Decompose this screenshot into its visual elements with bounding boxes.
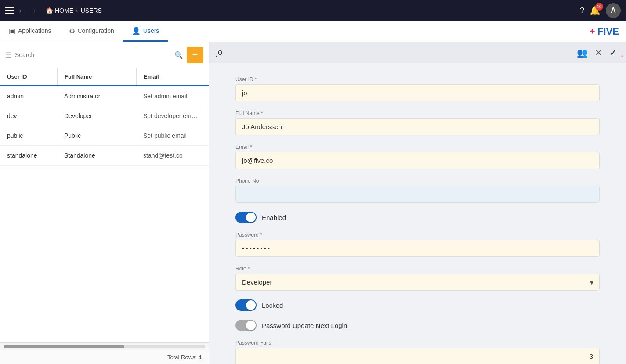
user-id-field: User ID *: [235, 76, 600, 101]
right-panel: jo 👥 ✕ ✓ ↑ User ID * Full Name *: [209, 42, 626, 364]
back-arrow[interactable]: ←: [18, 6, 25, 15]
filter-icon: ☰: [5, 51, 11, 59]
role-select[interactable]: DeveloperAdminPublic: [235, 274, 600, 291]
top-bar: ← → 🏠 HOME › USERS ? 🔔 10 A: [0, 0, 626, 21]
password-input[interactable]: [235, 240, 600, 257]
role-select-wrapper: DeveloperAdminPublic: [235, 274, 600, 291]
breadcrumb-current: USERS: [81, 7, 102, 14]
logo-star: ✦: [589, 27, 596, 36]
cell-userid: dev: [0, 106, 57, 126]
configuration-icon: ⚙: [69, 27, 75, 35]
table-header: User ID Full Name Email: [0, 68, 209, 86]
check-icon: ✓: [609, 47, 617, 58]
password-label: Password *: [235, 232, 600, 238]
search-bar: ☰ 🔍 +: [0, 42, 209, 68]
save-button[interactable]: ✓: [608, 45, 619, 60]
notification-badge: 10: [595, 3, 603, 11]
table-body: admin Administrator Set admin email dev …: [0, 86, 209, 342]
home-icon: 🏠: [46, 7, 53, 14]
table-row[interactable]: standalone Standalone stand@test.co: [0, 146, 209, 166]
right-header: jo 👥 ✕ ✓ ↑: [209, 42, 626, 63]
form-area: User ID * Full Name * Email * Phone No E…: [209, 63, 626, 364]
close-button[interactable]: ✕: [593, 46, 604, 60]
full-name-input[interactable]: [235, 118, 600, 135]
enabled-label: Enabled: [262, 214, 286, 221]
total-rows-label: Total Rows:: [167, 354, 197, 360]
tab-configuration[interactable]: ⚙ Configuration: [60, 21, 123, 42]
role-label: Role *: [235, 266, 600, 272]
tab-users-label: Users: [143, 27, 159, 34]
tab-applications[interactable]: ▣ Applications: [0, 21, 60, 42]
home-link[interactable]: 🏠 HOME: [46, 7, 73, 14]
five-logo: ✦ FIVE: [589, 26, 619, 37]
pwd-update-toggle-thumb: [246, 321, 256, 330]
cell-email: stand@test.co: [136, 146, 209, 165]
tab-applications-label: Applications: [18, 27, 51, 34]
phone-label: Phone No: [235, 178, 600, 184]
cell-userid: public: [0, 126, 57, 145]
table-row[interactable]: dev Developer Set developer em…: [0, 106, 209, 126]
user-avatar[interactable]: A: [606, 3, 621, 18]
logo-text: FIVE: [597, 26, 619, 37]
scrollbar-track: [4, 345, 205, 348]
forward-arrow[interactable]: →: [29, 6, 37, 15]
user-id-label: User ID *: [235, 76, 600, 83]
header-actions: 👥 ✕ ✓: [575, 45, 619, 60]
cell-userid: standalone: [0, 146, 57, 165]
cell-email: Set public email: [136, 126, 209, 145]
table-footer: Total Rows: 4: [0, 350, 209, 364]
tab-configuration-label: Configuration: [78, 27, 114, 34]
home-label: HOME: [55, 7, 73, 14]
password-fails-field: Password Fails 3: [235, 340, 600, 364]
pwd-update-toggle[interactable]: [235, 320, 257, 331]
user-id-input[interactable]: [235, 84, 600, 101]
email-input[interactable]: [235, 152, 600, 169]
notification-button[interactable]: 🔔 10: [590, 5, 601, 16]
col-header-fullname[interactable]: Full Name: [57, 68, 136, 85]
enabled-toggle[interactable]: [235, 212, 257, 223]
hamburger-menu[interactable]: [5, 7, 14, 14]
scrollbar-area[interactable]: [0, 342, 209, 350]
tab-bar: ▣ Applications ⚙ Configuration 👤 Users ✦…: [0, 21, 626, 42]
cell-fullname: Standalone: [57, 146, 136, 165]
close-icon: ✕: [595, 48, 602, 58]
pwd-update-label: Password Update Next Login: [262, 322, 347, 329]
search-magnifier-icon[interactable]: 🔍: [174, 51, 183, 59]
email-field: Email *: [235, 144, 600, 169]
add-button[interactable]: +: [187, 47, 203, 63]
search-input[interactable]: [15, 51, 171, 58]
locked-toggle-thumb: [246, 300, 256, 310]
cell-fullname: Administrator: [57, 86, 136, 106]
tab-users[interactable]: 👤 Users: [123, 21, 168, 42]
breadcrumb-separator: ›: [76, 7, 78, 14]
phone-input[interactable]: [235, 186, 600, 203]
enabled-toggle-row: Enabled: [235, 212, 600, 223]
full-name-label: Full Name *: [235, 110, 600, 116]
email-label: Email *: [235, 144, 600, 150]
help-button[interactable]: ?: [580, 6, 584, 15]
password-fails-label: Password Fails: [235, 340, 600, 346]
arrow-indicator: ↑: [620, 53, 624, 62]
top-bar-right: ? 🔔 10 A: [580, 3, 621, 18]
col-header-userid[interactable]: User ID: [0, 68, 57, 85]
left-panel: ☰ 🔍 + User ID Full Name Email admin Admi…: [0, 42, 209, 364]
manage-roles-button[interactable]: 👥: [575, 46, 590, 60]
full-name-field: Full Name *: [235, 110, 600, 135]
locked-toggle-row: Locked: [235, 299, 600, 311]
password-field: Password *: [235, 232, 600, 257]
table-row[interactable]: public Public Set public email: [0, 126, 209, 146]
cell-fullname: Public: [57, 126, 136, 145]
pwd-update-toggle-row: Password Update Next Login: [235, 320, 600, 331]
top-bar-left: ← → 🏠 HOME › USERS: [5, 6, 580, 15]
col-header-email[interactable]: Email: [136, 68, 209, 85]
applications-icon: ▣: [9, 27, 15, 35]
cell-email: Set admin email: [136, 86, 209, 106]
main-content: ☰ 🔍 + User ID Full Name Email admin Admi…: [0, 42, 626, 364]
role-field: Role * DeveloperAdminPublic: [235, 266, 600, 291]
scrollbar-thumb[interactable]: [4, 345, 124, 348]
record-title: jo: [216, 48, 575, 57]
table-row[interactable]: admin Administrator Set admin email: [0, 86, 209, 106]
locked-toggle[interactable]: [235, 299, 257, 311]
locked-label: Locked: [262, 302, 283, 309]
cell-fullname: Developer: [57, 106, 136, 126]
